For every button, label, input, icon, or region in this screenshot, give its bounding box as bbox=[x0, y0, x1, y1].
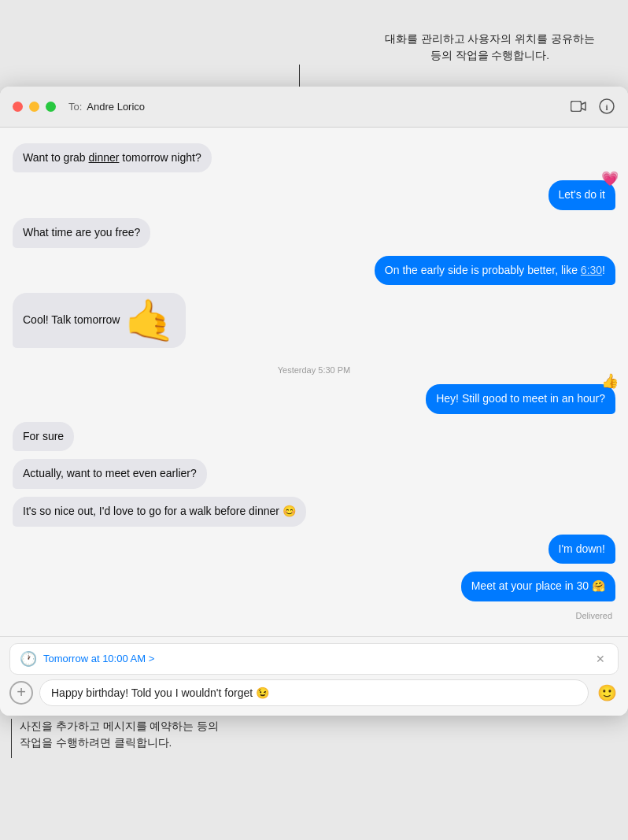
message-row: I'm down! bbox=[13, 535, 615, 564]
titlebar-actions: i bbox=[570, 98, 615, 115]
messages-area: Want to grab dinner tomorrow night? 💗 Le… bbox=[0, 128, 628, 636]
memoji: 🤙 bbox=[124, 300, 175, 341]
message-input[interactable] bbox=[39, 679, 589, 706]
scheduled-clock-icon: 🕐 bbox=[20, 650, 37, 668]
reaction-heart: 💗 bbox=[601, 169, 619, 189]
message-row: On the early side is probably better, li… bbox=[13, 256, 615, 286]
titlebar: To: Andre Lorico i bbox=[0, 87, 628, 128]
svg-text:i: i bbox=[605, 102, 608, 112]
minimize-button[interactable] bbox=[29, 102, 39, 112]
message-row: For sure bbox=[13, 422, 615, 452]
message-bubble: 💗 Let's do it bbox=[549, 180, 616, 210]
message-bubble: Want to grab dinner tomorrow night? bbox=[13, 143, 212, 173]
message-row: Cool! Talk tomorrow 🤙 bbox=[13, 293, 615, 348]
message-bubble: 👍 Hey! Still good to meet in an hour? bbox=[426, 384, 615, 414]
message-bubble: Meet at your place in 30 🤗 bbox=[461, 572, 615, 601]
video-call-button[interactable] bbox=[570, 98, 587, 115]
emoji-button[interactable]: 🙂 bbox=[595, 681, 619, 705]
message-bubble: What time are you free? bbox=[13, 218, 150, 248]
smiley-icon: 🙂 bbox=[597, 683, 617, 702]
message-row: 👍 Hey! Still good to meet in an hour? bbox=[13, 384, 615, 414]
scheduled-banner: 🕐 Tomorrow at 10:00 AM > ✕ bbox=[9, 643, 619, 675]
bottom-annotation-text: 사진을 추가하고 메시지를 예약하는 등의작업을 수행하려면 클릭합니다. bbox=[20, 719, 219, 752]
message-row: Want to grab dinner tomorrow night? bbox=[13, 143, 615, 173]
close-button[interactable] bbox=[13, 102, 23, 112]
message-row: Meet at your place in 30 🤗 bbox=[13, 572, 615, 601]
reaction-thumbs: 👍 bbox=[601, 372, 619, 391]
top-annotation: 대화를 관리하고 사용자의 위치를 공유하는등의 작업을 수행합니다. bbox=[0, 31, 628, 65]
input-row: + 🙂 bbox=[9, 679, 619, 706]
traffic-lights bbox=[13, 102, 56, 112]
message-row: Actually, want to meet even earlier? bbox=[13, 459, 615, 489]
to-label: To: bbox=[68, 101, 82, 113]
timestamp-divider: Yesterday 5:30 PM bbox=[13, 365, 615, 375]
message-bubble: Cool! Talk tomorrow 🤙 bbox=[13, 293, 186, 348]
message-bubble: It's so nice out, I'd love to go for a w… bbox=[13, 497, 306, 527]
scheduled-close-button[interactable]: ✕ bbox=[593, 651, 608, 667]
info-button[interactable]: i bbox=[598, 98, 615, 115]
message-bubble: I'm down! bbox=[549, 535, 615, 564]
message-row: It's so nice out, I'd love to go for a w… bbox=[13, 497, 615, 527]
delivered-label: Delivered bbox=[13, 611, 612, 620]
bottom-arrow bbox=[11, 719, 12, 758]
top-arrow-line bbox=[299, 65, 330, 87]
message-bubble: For sure bbox=[13, 422, 74, 452]
contact-name: Andre Lorico bbox=[87, 101, 145, 113]
message-bubble: Actually, want to meet even earlier? bbox=[13, 459, 207, 489]
messages-window: To: Andre Lorico i Want to grab dinner t… bbox=[0, 87, 628, 716]
maximize-button[interactable] bbox=[46, 102, 56, 112]
plus-icon: + bbox=[17, 683, 26, 701]
message-bubble: On the early side is probably better, li… bbox=[375, 256, 615, 286]
scheduled-text[interactable]: Tomorrow at 10:00 AM > bbox=[43, 653, 586, 664]
message-row: What time are you free? bbox=[13, 218, 615, 248]
message-row: 💗 Let's do it bbox=[13, 180, 615, 210]
input-area: 🕐 Tomorrow at 10:00 AM > ✕ + 🙂 bbox=[0, 636, 628, 716]
add-button[interactable]: + bbox=[9, 681, 33, 705]
svg-rect-0 bbox=[571, 102, 582, 112]
bottom-annotation: 사진을 추가하고 메시지를 예약하는 등의작업을 수행하려면 클릭합니다. bbox=[0, 716, 628, 758]
